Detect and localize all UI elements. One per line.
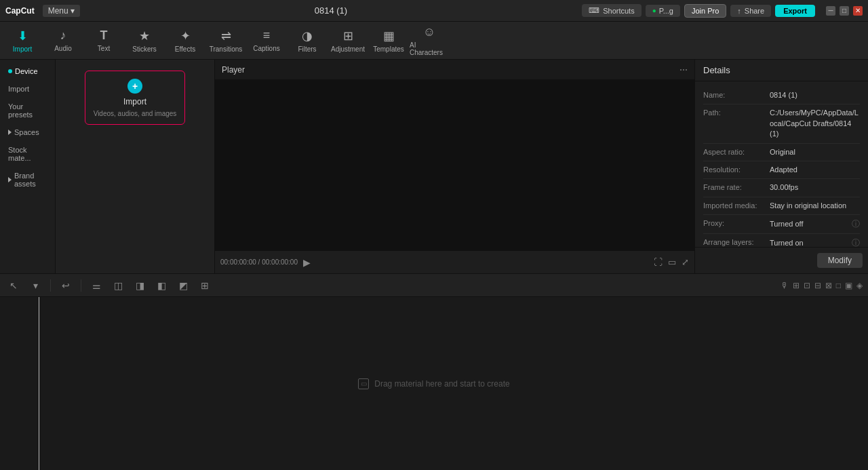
player-ctrl-icons: ⛶ ▭ ⤢ [654, 257, 689, 267]
timeline-placeholder: ▭ Drag material here and start to create [358, 378, 509, 389]
title-actions: ⌨ Shortcuts ● P...g Join Pro ↑ Share Exp… [582, 4, 815, 18]
adjustment-icon: ⊞ [343, 28, 353, 43]
detail-label-path: Path: [703, 108, 764, 117]
placeholder-icon: ▭ [358, 378, 369, 389]
detail-row-imported-media: Imported media: Stay in original locatio… [703, 197, 860, 215]
split-tool[interactable]: ⚌ [88, 277, 104, 294]
timeline-content: ▭ Drag material here and start to create [0, 297, 868, 470]
export-button[interactable]: Export [775, 5, 815, 17]
tool-import[interactable]: ⬇ Import [3, 24, 42, 58]
timeline-area: ↖ ▾ ↩ ⚌ ◫ ◨ ◧ ◩ ⊞ 🎙 ⊞ ⊡ ⊟ ⊠ □ ▣ ◈ ▭ Drag… [0, 273, 868, 470]
window-controls: ─ □ ✕ [826, 6, 863, 16]
plan-button[interactable]: ● P...g [646, 5, 680, 17]
tool-audio[interactable]: ♪ Audio [43, 24, 83, 58]
detail-row-arrange-layers: Arrange layers: Turned on ⓘ [703, 234, 860, 247]
sidebar-item-brand-assets[interactable]: Brand assets [3, 168, 52, 192]
transitions-icon: ⇌ [221, 28, 231, 43]
details-title: Details [695, 60, 868, 81]
ai-characters-icon: ☺ [423, 25, 435, 39]
detail-label-arrange-layers: Arrange layers: [703, 237, 764, 246]
detail-label-proxy: Proxy: [703, 218, 764, 227]
share-button[interactable]: ↑ Share [730, 5, 771, 17]
expand-icon [8, 177, 12, 182]
sidebar-item-import[interactable]: Import [3, 81, 52, 97]
import-label: Import [123, 97, 146, 106]
detail-label-framerate: Frame rate: [703, 182, 764, 191]
tool-adjustment[interactable]: ⊞ Adjustment [328, 24, 368, 58]
cursor-tool[interactable]: ↖ [5, 277, 22, 294]
shortcuts-button[interactable]: ⌨ Shortcuts [582, 4, 641, 17]
tool-stickers[interactable]: ★ Stickers [125, 24, 164, 58]
undo-button[interactable]: ↩ [58, 277, 74, 294]
sidebar-item-device[interactable]: Device [3, 63, 52, 79]
maximize-button[interactable]: □ [840, 6, 849, 16]
templates-icon: ▦ [383, 28, 395, 43]
filters-icon: ◑ [302, 28, 313, 43]
tool-effects[interactable]: ✦ Effects [165, 24, 205, 58]
sidebar-item-your-presets[interactable]: Your presets [3, 98, 52, 123]
select-tool[interactable]: ▾ [27, 277, 43, 294]
proxy-info-icon[interactable]: ⓘ [852, 218, 860, 230]
detail-value-name: 0814 (1) [770, 90, 797, 100]
pip-icon[interactable]: ▭ [668, 257, 676, 267]
tool-transitions[interactable]: ⇌ Transitions [206, 24, 245, 58]
tool-text[interactable]: T Text [84, 24, 123, 58]
play-button[interactable]: ▶ [303, 257, 311, 268]
stickers-icon: ★ [139, 28, 150, 43]
detail-value-resolution: Adapted [770, 165, 797, 175]
details-footer: Modify [695, 247, 868, 273]
fit-icon[interactable]: ⤢ [682, 257, 689, 267]
fullscreen-icon[interactable]: ⛶ [654, 257, 663, 267]
import-circle-icon: + [127, 79, 142, 94]
media-content: + Import Videos, audios, and images [56, 60, 214, 273]
tool-filters[interactable]: ◑ Filters [288, 24, 327, 58]
player-more-icon[interactable]: ⋯ [679, 65, 688, 75]
title-bar: CapCut Menu ▾ 0814 (1) ⌨ Shortcuts ● P..… [0, 0, 868, 22]
timeline-icon-3[interactable]: ⊟ [814, 281, 821, 290]
timeline-icon-2[interactable]: ⊡ [804, 281, 810, 290]
detail-value-imported-media: Stay in original location [770, 201, 846, 211]
detail-value-framerate: 30.00fps [770, 182, 798, 193]
import-box[interactable]: + Import Videos, audios, and images [85, 71, 185, 125]
tool-ai-characters[interactable]: ☺ AI Characters [410, 24, 449, 58]
timeline-icon-7[interactable]: ◈ [856, 281, 863, 290]
trim-tool-2[interactable]: ◨ [132, 277, 148, 294]
detail-value-arrange-layers: Turned on ⓘ [770, 237, 860, 247]
sidebar-item-stock-mate[interactable]: Stock mate... [3, 142, 52, 166]
toolbar: ⬇ Import ♪ Audio T Text ★ Stickers ✦ Eff… [0, 22, 868, 60]
details-panel: Details Name: 0814 (1) Path: C:/Users/My… [695, 60, 868, 273]
range-tool[interactable]: ⊞ [197, 277, 213, 294]
sidebar-item-spaces[interactable]: Spaces [3, 124, 52, 140]
trim-tool-4[interactable]: ◩ [175, 277, 191, 294]
close-button[interactable]: ✕ [853, 6, 863, 16]
menu-button[interactable]: Menu ▾ [43, 5, 80, 17]
text-icon: T [100, 28, 108, 43]
detail-row-name: Name: 0814 (1) [703, 87, 860, 104]
left-sidebar: Device Import Your presets Spaces Stock … [0, 60, 56, 273]
join-pro-button[interactable]: Join Pro [684, 4, 726, 18]
detail-label-imported-media: Imported media: [703, 201, 764, 210]
trim-tool[interactable]: ◫ [110, 277, 126, 294]
timeline-icon-4[interactable]: ⊠ [825, 281, 832, 290]
minimize-button[interactable]: ─ [826, 6, 835, 16]
timeline-icon-1[interactable]: ⊞ [793, 281, 800, 290]
detail-value-path: C:/Users/MyPC/AppData/Local/CapCut Draft… [770, 108, 860, 139]
detail-row-framerate: Frame rate: 30.00fps [703, 179, 860, 197]
tool-captions[interactable]: ≡ Captions [247, 24, 286, 58]
expand-icon [8, 130, 12, 135]
trim-tool-3[interactable]: ◧ [153, 277, 170, 294]
modify-button[interactable]: Modify [817, 253, 863, 268]
detail-label-name: Name: [703, 90, 764, 99]
tool-templates[interactable]: ▦ Templates [369, 24, 408, 58]
detail-row-aspect: Aspect ratio: Original [703, 144, 860, 161]
layers-info-icon[interactable]: ⓘ [852, 237, 860, 247]
details-body: Name: 0814 (1) Path: C:/Users/MyPC/AppDa… [695, 81, 868, 247]
player-title: Player [222, 65, 245, 75]
captions-icon: ≡ [263, 28, 271, 43]
toolbar-separator-2 [81, 279, 81, 292]
import-icon: ⬇ [18, 28, 28, 43]
timeline-icon-6[interactable]: ▣ [845, 281, 852, 290]
media-panel: + Import Videos, audios, and images [56, 60, 215, 273]
mic-icon[interactable]: 🎙 [781, 281, 789, 290]
timeline-icon-5[interactable]: □ [836, 281, 841, 290]
